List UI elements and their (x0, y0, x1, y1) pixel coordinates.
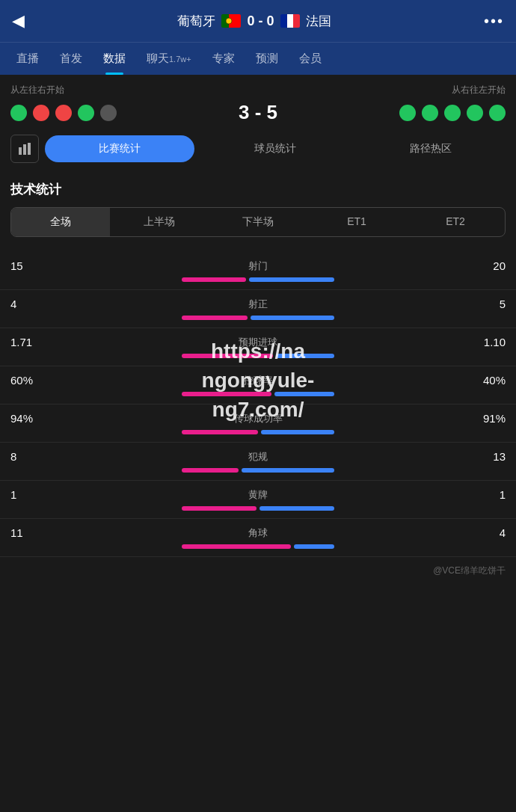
stats-rows: 15 射门 20 4 射正 5 1.71 预期进球 1.10 60% (0, 252, 516, 557)
stat-row: 8 犯规 13 (0, 443, 516, 481)
ball-left-3 (55, 105, 72, 121)
tab-predict[interactable]: 预测 (245, 43, 289, 75)
stat-right-val: 40% (468, 374, 506, 387)
stat-left-val: 1.71 (10, 336, 48, 349)
ball-right-4 (467, 105, 483, 121)
team-right-name: 法国 (306, 13, 331, 30)
bar-right (294, 544, 334, 549)
team-left-name: 葡萄牙 (177, 13, 215, 30)
bars-container (10, 544, 506, 549)
bar-left (182, 354, 273, 358)
stat-name: 控球率 (48, 374, 468, 387)
stat-left-val: 4 (10, 298, 48, 311)
svg-rect-3 (280, 14, 287, 28)
tab-live[interactable]: 直播 (6, 43, 49, 75)
flag-france (280, 14, 300, 28)
stat-left-val: 15 (10, 259, 48, 273)
match-score: 0 - 0 (247, 13, 274, 29)
ball-right-1 (399, 105, 416, 121)
ball-left-4 (78, 105, 94, 121)
svg-point-2 (226, 18, 232, 24)
tab-data[interactable]: 数据 (93, 43, 136, 75)
ball-right-3 (444, 105, 461, 121)
sub-tabs-row: 比赛统计 球员统计 路径热区 (0, 135, 516, 163)
balls-left (10, 105, 117, 121)
sub-tab-match-stats[interactable]: 比赛统计 (45, 135, 194, 162)
stat-row: 1.71 预期进球 1.10 (0, 328, 516, 366)
bar-right (249, 277, 334, 282)
direction-left: 从左往右开始 (10, 84, 64, 96)
stat-right-val: 91% (468, 412, 506, 425)
bar-left (182, 544, 291, 549)
stat-row: 11 角球 4 (0, 519, 516, 557)
svg-rect-6 (19, 147, 22, 155)
period-tab-full[interactable]: 全场 (11, 208, 110, 236)
stat-left-val: 94% (10, 412, 48, 425)
tab-expert[interactable]: 专家 (202, 43, 245, 75)
period-tab-et2[interactable]: ET2 (406, 208, 505, 236)
bars-container (10, 277, 506, 282)
match-title: 葡萄牙 0 - 0 法国 (177, 13, 331, 30)
bar-left (182, 506, 257, 511)
stat-left-val: 60% (10, 374, 48, 387)
chat-badge: 1.7w+ (169, 55, 191, 64)
bar-left (182, 430, 258, 434)
nav-tabs: 直播 首发 数据 聊天1.7w+ 专家 预测 会员 (0, 42, 516, 75)
ball-left-5 (100, 105, 117, 121)
stat-row: 1 黄牌 1 (0, 481, 516, 519)
bar-left (182, 392, 271, 396)
content-area: 从左往右开始 从右往左开始 3 - 5 (0, 75, 516, 594)
stat-name: 角球 (48, 526, 468, 540)
stat-name: 射门 (48, 259, 468, 273)
bar-right (276, 354, 334, 358)
more-button[interactable]: ••• (484, 13, 504, 30)
stat-name: 传球成功率 (48, 412, 468, 425)
bars-container (10, 392, 506, 396)
stat-name: 黄牌 (48, 488, 468, 502)
stat-left-val: 1 (10, 488, 48, 502)
stat-right-val: 5 (468, 298, 506, 311)
svg-rect-5 (293, 14, 300, 28)
stat-row: 60% 控球率 40% (0, 366, 516, 405)
svg-rect-7 (23, 144, 26, 155)
sub-tab-heatmap[interactable]: 路径热区 (356, 135, 506, 162)
period-tab-second[interactable]: 下半场 (209, 208, 307, 236)
match-score-center: 3 - 5 (239, 101, 277, 124)
match-header: ◀ 葡萄牙 0 - 0 法国 ••• (0, 0, 516, 42)
bars-container (10, 468, 506, 473)
stats-icon-button[interactable] (10, 135, 39, 163)
ball-left-1 (10, 105, 27, 121)
flag-portugal (221, 14, 241, 28)
period-tabs: 全场 上半场 下半场 ET1 ET2 (10, 207, 506, 237)
bar-right (259, 506, 334, 511)
direction-right: 从右往左开始 (452, 84, 506, 96)
tab-vip[interactable]: 会员 (289, 43, 332, 75)
period-tab-et1[interactable]: ET1 (307, 208, 406, 236)
bar-right (251, 316, 334, 320)
svg-rect-8 (28, 143, 31, 155)
tab-lineup[interactable]: 首发 (49, 43, 93, 75)
bar-left (182, 277, 246, 282)
bar-right (261, 430, 334, 434)
stat-name: 犯规 (48, 450, 468, 464)
stat-name: 射正 (48, 298, 468, 311)
stat-row: 15 射门 20 (0, 252, 516, 290)
balls-score-row: 3 - 5 (0, 101, 516, 124)
bar-right (242, 468, 334, 473)
stat-left-val: 8 (10, 450, 48, 464)
bar-left (182, 468, 239, 473)
bar-right (274, 392, 334, 396)
tab-chat[interactable]: 聊天1.7w+ (136, 43, 202, 75)
svg-rect-4 (287, 14, 293, 28)
sub-tab-player-stats[interactable]: 球员统计 (200, 135, 350, 162)
stats-section-title: 技术统计 (0, 175, 516, 207)
period-tab-first[interactable]: 上半场 (110, 208, 209, 236)
direction-row: 从左往右开始 从右往左开始 (0, 84, 516, 96)
stat-right-val: 1 (468, 488, 506, 502)
bar-left (182, 316, 248, 320)
bars-container (10, 316, 506, 320)
bars-container (10, 506, 506, 511)
stat-right-val: 13 (468, 450, 506, 464)
back-button[interactable]: ◀ (12, 11, 25, 31)
stat-left-val: 11 (10, 526, 48, 540)
